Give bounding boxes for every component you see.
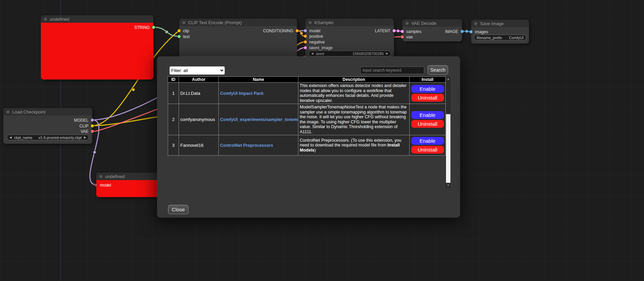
search-input[interactable] <box>360 67 424 74</box>
extension-id: 3 <box>168 135 179 156</box>
widget-label: filename_prefix <box>477 36 502 40</box>
input-slot-vae[interactable]: vae <box>401 34 413 40</box>
latent-output-dot[interactable] <box>393 29 396 32</box>
input-slot-samples[interactable]: samples <box>401 29 422 34</box>
samples-slot-dot[interactable] <box>401 30 404 33</box>
seed-widget[interactable]: ◀ seed 156680208700286 ▶ <box>309 51 391 56</box>
collapse-dot-icon[interactable] <box>309 21 312 24</box>
string-slot-dot[interactable] <box>152 26 155 29</box>
ckpt-name-widget[interactable]: ◀ ckpt_name v1-5-pruned-emaonly.ckpt ▶ <box>7 135 89 140</box>
uninstall-button[interactable]: Uninstall <box>411 120 444 128</box>
extension-author: Dr.Lt.Data <box>179 83 219 104</box>
input-slot-model[interactable]: model <box>95 182 111 188</box>
input-slot-images[interactable]: images <box>469 29 488 35</box>
output-slot-latent[interactable]: LATENT <box>375 28 396 34</box>
output-slot-model[interactable]: MODEL <box>74 117 94 123</box>
increment-arrow-icon[interactable]: ▶ <box>386 52 388 55</box>
widget-value[interactable]: ComfyUI <box>509 36 524 40</box>
filename-prefix-widget[interactable]: filename_prefix ComfyUI <box>474 35 526 40</box>
slot-label: model <box>309 29 320 33</box>
positive-slot-dot[interactable] <box>304 35 307 38</box>
extension-id: 2 <box>168 104 179 135</box>
node-load-checkpoint[interactable]: Load Checkpoint MODEL CLIP VAE ◀ ckpt_na… <box>3 108 92 144</box>
output-slot-conditioning[interactable]: CONDITIONING <box>263 28 299 34</box>
widget-value[interactable]: 156680208700286 <box>352 52 384 56</box>
model-output-dot[interactable] <box>91 119 94 122</box>
latent-slot-dot[interactable] <box>304 46 307 49</box>
collapse-dot-icon[interactable] <box>182 21 185 24</box>
slot-label: STRING <box>134 25 150 30</box>
extension-link[interactable]: ControlNet Preprocessors <box>220 143 273 148</box>
extension-author: comfyanonymous <box>179 104 219 135</box>
scrollbar[interactable]: ▲ ▼ <box>446 76 450 188</box>
extension-table: ID Author Name Description Install 1 Dr.… <box>168 76 445 156</box>
node-title-bar: Save Image <box>471 20 529 27</box>
extension-link[interactable]: ComfyUI Impact Pack <box>220 91 264 96</box>
extension-description: ModelSamplerTonemapNoiseTest a node that… <box>298 104 410 135</box>
clip-output-dot[interactable] <box>91 124 94 127</box>
collapse-dot-icon[interactable] <box>99 175 102 178</box>
uninstall-button[interactable]: Uninstall <box>411 94 444 102</box>
output-slot-clip[interactable]: CLIP <box>79 123 94 129</box>
search-button[interactable]: Search <box>428 65 448 75</box>
image-output-dot[interactable] <box>461 30 464 33</box>
slot-label: negative <box>309 40 325 45</box>
text-slot-dot[interactable] <box>178 35 181 38</box>
node-title: undefined <box>50 17 69 22</box>
filter-select[interactable]: Filter: all <box>169 66 225 75</box>
clip-slot-dot[interactable] <box>178 29 181 32</box>
widget-value[interactable]: v1-5-pruned-emaonly.ckpt <box>38 136 82 140</box>
input-slot-latent-image[interactable]: latent_image <box>304 45 333 51</box>
enable-button[interactable]: Enable <box>411 85 444 93</box>
negative-slot-dot[interactable] <box>304 40 307 43</box>
vae-output-dot[interactable] <box>91 130 94 133</box>
uninstall-button[interactable]: Uninstall <box>411 146 444 154</box>
node-save-image[interactable]: Save Image images filename_prefix ComfyU… <box>471 20 529 43</box>
node-title: undefined <box>105 174 125 179</box>
extension-row: 2 comfyanonymous ComfyUI_experiments/sam… <box>168 104 446 135</box>
scroll-up-icon[interactable]: ▲ <box>446 76 450 82</box>
node-title: Load Checkpoint <box>12 109 46 115</box>
collapse-dot-icon[interactable] <box>474 22 477 25</box>
collapse-dot-icon[interactable] <box>44 18 47 21</box>
slot-label: text <box>183 34 189 39</box>
enable-button[interactable]: Enable <box>411 137 444 145</box>
scrollbar-thumb[interactable] <box>446 82 450 114</box>
node-vae-decode[interactable]: VAE Decode samples vae IMAGE <box>402 19 462 41</box>
increment-arrow-icon[interactable]: ▶ <box>84 136 86 139</box>
output-slot-string[interactable]: STRING <box>134 24 155 30</box>
enable-button[interactable]: Enable <box>411 111 444 119</box>
input-slot-model[interactable]: model <box>304 28 320 34</box>
slot-label: model <box>100 183 111 188</box>
header-description: Description <box>298 77 410 83</box>
header-author: Author <box>179 77 219 83</box>
link-dot <box>300 32 303 35</box>
scroll-down-icon[interactable]: ▼ <box>446 183 450 188</box>
model-slot-dot[interactable] <box>304 29 307 32</box>
output-slot-vae[interactable]: VAE <box>81 128 94 134</box>
collapse-dot-icon[interactable] <box>406 22 409 25</box>
images-slot-dot[interactable] <box>469 30 473 33</box>
input-slot-positive[interactable]: positive <box>304 33 323 39</box>
extension-link[interactable]: ComfyUI_experiments/sampler_tonemap <box>220 117 298 122</box>
collapse-dot-icon[interactable] <box>6 110 10 113</box>
conditioning-slot-dot[interactable] <box>296 29 299 32</box>
node-title-bar: VAE Decode <box>402 19 462 27</box>
input-slot-text[interactable]: text <box>178 34 189 39</box>
decrement-arrow-icon[interactable]: ◀ <box>10 136 12 139</box>
slot-label: IMAGE <box>445 29 458 34</box>
node-undefined-top[interactable]: undefined STRING <box>41 15 153 80</box>
slot-label: latent_image <box>309 46 333 50</box>
output-slot-image[interactable]: IMAGE <box>445 29 464 34</box>
vae-slot-dot[interactable] <box>401 35 404 38</box>
input-slot-negative[interactable]: negative <box>304 39 325 45</box>
link-dot <box>93 151 96 154</box>
header-install: Install <box>410 77 446 83</box>
description-text: ) <box>314 148 316 153</box>
close-button[interactable]: Close <box>168 205 188 214</box>
decrement-arrow-icon[interactable]: ◀ <box>311 52 313 55</box>
input-slot-clip[interactable]: clip <box>178 28 189 34</box>
model-slot-dot[interactable] <box>95 183 98 187</box>
extension-description: ControlNet Preprocessors. (To use this e… <box>298 135 410 156</box>
node-undefined-bottom[interactable]: undefined model <box>96 173 160 197</box>
